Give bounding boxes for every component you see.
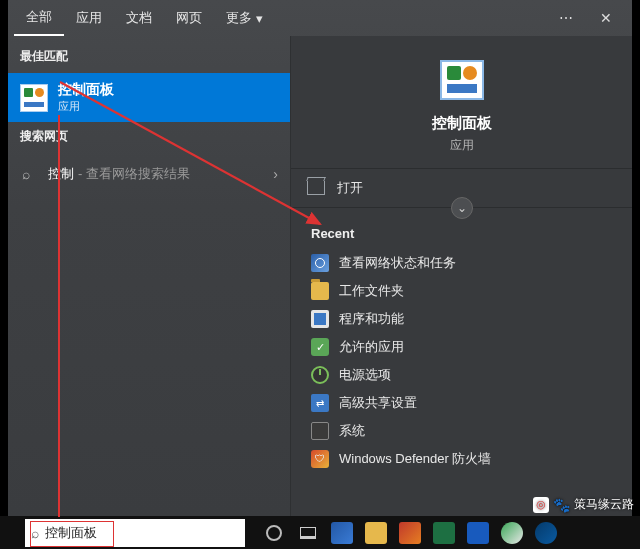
tab-more[interactable]: 更多 ▾	[214, 1, 275, 35]
control-panel-icon-large	[440, 60, 484, 100]
control-panel-icon	[20, 84, 48, 112]
recent-item-label: 查看网络状态和任务	[339, 254, 456, 272]
search-panel: 全部 应用 文档 网页 更多 ▾ ⋯ ✕ 最佳匹配 控制面板 应用 搜索网页 ⌕	[8, 0, 632, 516]
best-match-text: 控制面板 应用	[58, 81, 114, 114]
best-match-title: 控制面板	[58, 81, 114, 99]
search-icon: ⌕	[22, 166, 38, 182]
tab-apps[interactable]: 应用	[64, 1, 114, 35]
recent-section: Recent 查看网络状态和任务工作文件夹程序和功能允许的应用电源选项高级共享设…	[291, 208, 632, 477]
content-area: 最佳匹配 控制面板 应用 搜索网页 ⌕ 控制 - 查看网络搜索结果 › 控	[8, 36, 632, 516]
web-hint-text: - 查看网络搜索结果	[78, 165, 190, 183]
watermark-text: 策马缘云路	[574, 496, 634, 513]
preview-subtitle: 应用	[450, 137, 474, 154]
tab-web[interactable]: 网页	[164, 1, 214, 35]
open-label: 打开	[337, 179, 363, 197]
taskbar-app-3[interactable]	[394, 519, 426, 547]
watermark: ◎ 🐾 策马缘云路	[533, 496, 634, 513]
taskbar-app-2[interactable]	[360, 519, 392, 547]
recent-list: 查看网络状态和任务工作文件夹程序和功能允许的应用电源选项高级共享设置系统Wind…	[305, 249, 618, 473]
recent-item[interactable]: 工作文件夹	[305, 277, 618, 305]
tab-bar: 全部 应用 文档 网页 更多 ▾ ⋯ ✕	[8, 0, 632, 36]
recent-item[interactable]: Windows Defender 防火墙	[305, 445, 618, 473]
recent-item[interactable]: 高级共享设置	[305, 389, 618, 417]
cortana-icon	[266, 525, 282, 541]
search-icon: ⌕	[31, 525, 39, 541]
chevron-down-icon: ▾	[256, 11, 263, 26]
preview-column: 控制面板 应用 打开 ⌄ Recent 查看网络状态和任务工作文件夹程序和功能允…	[290, 36, 632, 516]
excel-icon	[433, 522, 455, 544]
recent-item-label: 系统	[339, 422, 365, 440]
app-icon	[535, 522, 557, 544]
search-web-header: 搜索网页	[8, 122, 290, 151]
close-button[interactable]: ✕	[586, 10, 626, 26]
open-icon	[307, 181, 325, 195]
search-input[interactable]	[45, 526, 239, 541]
taskbar-app-7[interactable]	[530, 519, 562, 547]
def-icon	[311, 450, 329, 468]
tab-more-label: 更多	[226, 9, 252, 27]
chevron-right-icon: ›	[273, 166, 278, 182]
recent-item[interactable]: 系统	[305, 417, 618, 445]
expand-button[interactable]: ⌄	[451, 197, 473, 219]
tab-all[interactable]: 全部	[14, 0, 64, 36]
best-match-subtitle: 应用	[58, 99, 114, 114]
more-options-button[interactable]: ⋯	[546, 10, 586, 26]
recent-item[interactable]: 程序和功能	[305, 305, 618, 333]
results-column: 最佳匹配 控制面板 应用 搜索网页 ⌕ 控制 - 查看网络搜索结果 ›	[8, 36, 290, 516]
task-view-icon	[300, 527, 316, 539]
recent-item[interactable]: 电源选项	[305, 361, 618, 389]
file-explorer-icon	[365, 522, 387, 544]
word-icon	[467, 522, 489, 544]
web-query-text: 控制	[48, 165, 74, 183]
preview-title: 控制面板	[432, 114, 492, 133]
recent-item-label: 电源选项	[339, 366, 391, 384]
taskbar-app-6[interactable]	[496, 519, 528, 547]
taskbar-app-1[interactable]	[326, 519, 358, 547]
app-icon	[399, 522, 421, 544]
recent-item-label: 程序和功能	[339, 310, 404, 328]
share-icon	[311, 394, 329, 412]
sys-icon	[311, 422, 329, 440]
net-icon	[311, 254, 329, 272]
recent-item-label: Windows Defender 防火墙	[339, 450, 491, 468]
taskbar-search-box[interactable]: ⌕	[25, 519, 245, 547]
browser-icon	[501, 522, 523, 544]
watermark-paw-icon: 🐾	[553, 497, 570, 513]
watermark-logo-icon: ◎	[533, 497, 549, 513]
taskbar-icons	[258, 519, 562, 547]
recent-item[interactable]: 允许的应用	[305, 333, 618, 361]
best-match-header: 最佳匹配	[8, 42, 290, 71]
folder-icon	[311, 282, 329, 300]
tab-documents[interactable]: 文档	[114, 1, 164, 35]
preview-header: 控制面板 应用	[291, 36, 632, 169]
prog-icon	[311, 310, 329, 328]
web-search-result[interactable]: ⌕ 控制 - 查看网络搜索结果 ›	[8, 155, 290, 193]
recent-item[interactable]: 查看网络状态和任务	[305, 249, 618, 277]
power-icon	[311, 366, 329, 384]
taskbar-app-4[interactable]	[428, 519, 460, 547]
app-icon	[331, 522, 353, 544]
recent-item-label: 工作文件夹	[339, 282, 404, 300]
taskbar-app-5[interactable]	[462, 519, 494, 547]
recent-header: Recent	[311, 226, 618, 241]
recent-item-label: 允许的应用	[339, 338, 404, 356]
best-match-result[interactable]: 控制面板 应用	[8, 73, 290, 122]
task-view-button[interactable]	[292, 519, 324, 547]
cortana-button[interactable]	[258, 519, 290, 547]
allow-icon	[311, 338, 329, 356]
recent-item-label: 高级共享设置	[339, 394, 417, 412]
